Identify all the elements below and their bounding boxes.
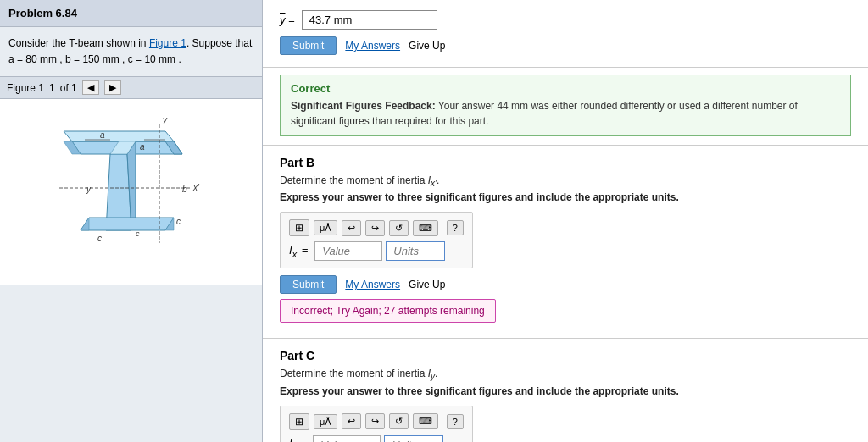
correct-title: Correct <box>291 82 840 95</box>
part-c-eq-label: Iy = <box>289 437 306 442</box>
figure-link[interactable]: Figure 1 <box>149 37 186 49</box>
part-c-toolbar: ⊞ μÅ ↩ ↪ ↺ ⌨ ? <box>289 413 464 430</box>
figure-container: Figure 1 1 of 1 ◀ ▶ <box>0 76 262 442</box>
part-b-mu-button[interactable]: μÅ <box>314 220 337 235</box>
top-button-row: Submit My Answers Give Up <box>280 36 851 55</box>
svg-text:c: c <box>176 217 181 226</box>
figure-page: 1 <box>49 82 55 94</box>
svg-text:y: y <box>86 185 92 194</box>
figure-image: y x' a a y c c' b <box>0 99 262 285</box>
part-b-units-input[interactable] <box>386 241 445 261</box>
ybar-line: y = 43.7 mm <box>280 10 851 30</box>
part-b-value-units-row: Ix′ = <box>289 241 464 261</box>
part-c-keyboard-button[interactable]: ⌨ <box>413 413 438 429</box>
part-c-grid-button[interactable]: ⊞ <box>289 413 309 430</box>
part-b-undo-button[interactable]: ↩ <box>342 220 361 236</box>
left-panel: Problem 6.84 Consider the T-beam shown i… <box>0 0 263 442</box>
undo-icon: ↩ <box>348 223 355 234</box>
svg-text:y: y <box>162 115 168 124</box>
part-b-toolbar: ⊞ μÅ ↩ ↪ ↺ ⌨ ? <box>289 219 464 236</box>
variables: a = 80 mm , b = 150 mm , c = 10 mm . <box>8 53 181 65</box>
part-c-refresh-button[interactable]: ↺ <box>389 413 409 429</box>
description-prefix: Consider the T-beam shown in <box>8 37 149 49</box>
part-c-instruction: Express your answer to three significant… <box>280 385 851 397</box>
part-b-value-input[interactable] <box>314 241 382 261</box>
figure-prev-button[interactable]: ◀ <box>82 80 99 95</box>
part-c-refresh-icon: ↺ <box>395 416 403 427</box>
part-c-description: Determine the moment of inertia Iy. <box>280 367 851 381</box>
part-b-instruction: Express your answer to three significant… <box>280 191 851 203</box>
redo-icon: ↪ <box>371 223 379 234</box>
svg-marker-8 <box>81 218 174 230</box>
part-c-redo-icon: ↪ <box>371 416 379 427</box>
top-give-up-text: Give Up <box>409 40 445 52</box>
problem-text: Consider the T-beam shown in Figure 1. S… <box>0 27 262 76</box>
correct-text: Significant Figures Feedback: Your answe… <box>291 98 840 129</box>
part-c-grid-icon: ⊞ <box>295 416 303 428</box>
mu-label: μÅ <box>320 223 331 233</box>
part-c-input-group: ⊞ μÅ ↩ ↪ ↺ ⌨ ? <box>280 406 473 442</box>
part-c-label: Part C <box>280 349 851 362</box>
part-c-units-input[interactable] <box>384 435 443 442</box>
part-c-math: Iy <box>428 367 435 379</box>
part-c-mu-button[interactable]: μÅ <box>314 414 337 429</box>
figure-of: of 1 <box>60 82 77 94</box>
part-c-mu-label: μÅ <box>320 417 331 427</box>
part-b-keyboard-button[interactable]: ⌨ <box>413 220 438 236</box>
top-answer-section: y = 43.7 mm Submit My Answers Give Up <box>263 0 868 68</box>
grid-icon: ⊞ <box>295 222 303 234</box>
help-icon: ? <box>453 223 458 233</box>
part-c-keyboard-icon: ⌨ <box>419 416 432 427</box>
part-c-help-icon: ? <box>453 417 458 427</box>
figure-label: Figure 1 <box>7 82 44 94</box>
tbeam-svg: y x' a a y c c' b <box>34 108 229 277</box>
part-b-description: Determine the moment of inertia Ix′. <box>280 174 851 188</box>
ybar-answer-box: 43.7 mm <box>302 10 437 30</box>
part-b-button-row: Submit My Answers Give Up <box>280 275 851 294</box>
part-c-value-input[interactable] <box>313 435 381 442</box>
part-b-give-up-text: Give Up <box>409 279 445 290</box>
part-b-redo-button[interactable]: ↪ <box>365 220 385 236</box>
correct-feedback-box: Correct Significant Figures Feedback: Yo… <box>280 75 851 136</box>
refresh-icon: ↺ <box>395 223 403 234</box>
part-b-help-button[interactable]: ? <box>447 220 464 235</box>
figure-next-button[interactable]: ▶ <box>104 80 121 95</box>
part-c-section: Part C Determine the moment of inertia I… <box>263 338 868 442</box>
part-b-submit-button[interactable]: Submit <box>280 275 337 294</box>
figure-header: Figure 1 1 of 1 ◀ ▶ <box>0 77 262 99</box>
part-b-my-answers-button[interactable]: My Answers <box>345 279 400 290</box>
part-b-refresh-button[interactable]: ↺ <box>389 220 409 236</box>
svg-text:b: b <box>182 185 187 194</box>
top-my-answers-button[interactable]: My Answers <box>345 40 400 52</box>
part-b-section: Part B Determine the moment of inertia I… <box>263 145 868 338</box>
part-b-buttons: Submit My Answers Give Up <box>280 275 851 294</box>
part-c-redo-button[interactable]: ↪ <box>365 413 385 429</box>
sig-fig-label: Significant Figures Feedback: <box>291 100 436 112</box>
part-b-input-group: ⊞ μÅ ↩ ↪ ↺ ⌨ ? <box>280 212 473 268</box>
part-b-math: Ix′ <box>428 174 437 186</box>
part-c-help-button[interactable]: ? <box>447 414 464 429</box>
ybar-label: y = <box>280 14 295 26</box>
part-b-incorrect-box: Incorrect; Try Again; 27 attempts remain… <box>280 299 496 323</box>
top-submit-button[interactable]: Submit <box>280 36 337 55</box>
right-panel: y = 43.7 mm Submit My Answers Give Up Co… <box>263 0 868 442</box>
svg-text:x': x' <box>192 183 200 192</box>
part-b-grid-button[interactable]: ⊞ <box>289 219 309 236</box>
part-b-label: Part B <box>280 156 851 169</box>
svg-text:a: a <box>100 130 105 140</box>
part-c-undo-icon: ↩ <box>348 416 355 427</box>
problem-title: Problem 6.84 <box>0 0 262 27</box>
part-c-value-units-row: Iy = <box>289 435 464 442</box>
svg-text:c: c <box>136 229 140 238</box>
description-suffix: . Suppose that <box>186 37 252 49</box>
part-c-undo-button[interactable]: ↩ <box>342 413 361 429</box>
part-b-eq-label: Ix′ = <box>289 244 308 259</box>
svg-text:c': c' <box>97 234 104 243</box>
keyboard-icon: ⌨ <box>419 223 432 234</box>
svg-text:a: a <box>140 142 145 152</box>
